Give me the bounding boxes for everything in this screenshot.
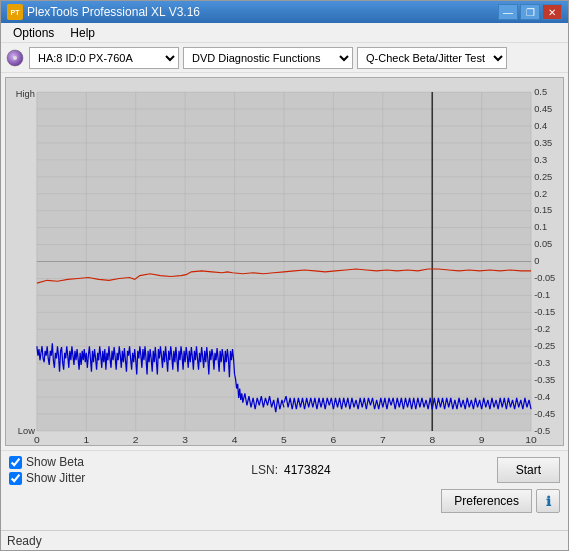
- svg-text:-0.05: -0.05: [534, 274, 555, 284]
- show-jitter-checkbox[interactable]: [9, 472, 22, 485]
- lsn-label: LSN:: [251, 463, 278, 477]
- svg-text:6: 6: [331, 435, 337, 445]
- svg-text:9: 9: [479, 435, 485, 445]
- svg-text:0: 0: [534, 257, 539, 267]
- svg-text:5: 5: [281, 435, 287, 445]
- lsn-area: LSN: 4173824: [251, 463, 330, 477]
- drive-icon: [5, 48, 25, 68]
- show-beta-label: Show Beta: [26, 455, 84, 469]
- svg-text:0.45: 0.45: [534, 104, 552, 114]
- bottom-panel: Show Beta Show Jitter LSN: 4173824 Start…: [1, 450, 568, 530]
- drive-select[interactable]: HA:8 ID:0 PX-760A: [29, 47, 179, 69]
- checkboxes-group: Show Beta Show Jitter: [9, 455, 85, 485]
- svg-text:0: 0: [34, 435, 40, 445]
- svg-text:10: 10: [525, 435, 537, 445]
- svg-text:Low: Low: [18, 426, 36, 436]
- svg-text:0.2: 0.2: [534, 189, 547, 199]
- svg-text:0.5: 0.5: [534, 87, 547, 97]
- title-bar-left: PT PlexTools Professional XL V3.16: [7, 4, 200, 20]
- svg-point-1: [13, 56, 17, 60]
- window-title: PlexTools Professional XL V3.16: [27, 5, 200, 19]
- svg-text:0.15: 0.15: [534, 206, 552, 216]
- start-button[interactable]: Start: [497, 457, 560, 483]
- chart-area: 0.5 0.45 0.4 0.35 0.3 0.25 0.2 0.15 0.1 …: [5, 77, 564, 446]
- menu-bar: Options Help: [1, 23, 568, 43]
- svg-text:-0.1: -0.1: [534, 291, 550, 301]
- svg-text:3: 3: [182, 435, 188, 445]
- function-select[interactable]: DVD Diagnostic Functions: [183, 47, 353, 69]
- show-jitter-label: Show Jitter: [26, 471, 85, 485]
- svg-text:0.35: 0.35: [534, 138, 552, 148]
- svg-text:-0.45: -0.45: [534, 409, 555, 419]
- restore-button[interactable]: ❐: [520, 4, 540, 20]
- svg-text:4: 4: [232, 435, 238, 445]
- app-icon: PT: [7, 4, 23, 20]
- title-bar: PT PlexTools Professional XL V3.16 — ❐ ✕: [1, 1, 568, 23]
- lsn-value: 4173824: [284, 463, 331, 477]
- status-bar: Ready: [1, 530, 568, 550]
- svg-text:-0.35: -0.35: [534, 375, 555, 385]
- minimize-button[interactable]: —: [498, 4, 518, 20]
- bottom-actions-row: Preferences ℹ: [9, 489, 560, 513]
- help-menu[interactable]: Help: [62, 24, 103, 42]
- toolbar: HA:8 ID:0 PX-760A DVD Diagnostic Functio…: [1, 43, 568, 73]
- status-text: Ready: [7, 534, 42, 548]
- test-select[interactable]: Q-Check Beta/Jitter Test: [357, 47, 507, 69]
- svg-text:0.1: 0.1: [534, 223, 547, 233]
- options-menu[interactable]: Options: [5, 24, 62, 42]
- chart-svg: 0.5 0.45 0.4 0.35 0.3 0.25 0.2 0.15 0.1 …: [6, 78, 563, 445]
- svg-text:1: 1: [83, 435, 89, 445]
- svg-text:High: High: [16, 89, 35, 99]
- show-jitter-row: Show Jitter: [9, 471, 85, 485]
- title-controls: — ❐ ✕: [498, 4, 562, 20]
- svg-text:0.4: 0.4: [534, 121, 547, 131]
- svg-text:0.3: 0.3: [534, 155, 547, 165]
- svg-text:2: 2: [133, 435, 139, 445]
- svg-text:-0.15: -0.15: [534, 308, 555, 318]
- main-window: PT PlexTools Professional XL V3.16 — ❐ ✕…: [0, 0, 569, 551]
- svg-text:7: 7: [380, 435, 386, 445]
- svg-text:-0.3: -0.3: [534, 358, 550, 368]
- show-beta-row: Show Beta: [9, 455, 85, 469]
- svg-text:-0.25: -0.25: [534, 341, 555, 351]
- svg-text:-0.4: -0.4: [534, 392, 550, 402]
- close-button[interactable]: ✕: [542, 4, 562, 20]
- show-beta-checkbox[interactable]: [9, 456, 22, 469]
- bottom-controls-row: Show Beta Show Jitter LSN: 4173824 Start: [9, 455, 560, 485]
- svg-text:-0.2: -0.2: [534, 324, 550, 334]
- svg-text:8: 8: [429, 435, 435, 445]
- svg-text:0.25: 0.25: [534, 172, 552, 182]
- svg-text:0.05: 0.05: [534, 240, 552, 250]
- info-button[interactable]: ℹ: [536, 489, 560, 513]
- preferences-button[interactable]: Preferences: [441, 489, 532, 513]
